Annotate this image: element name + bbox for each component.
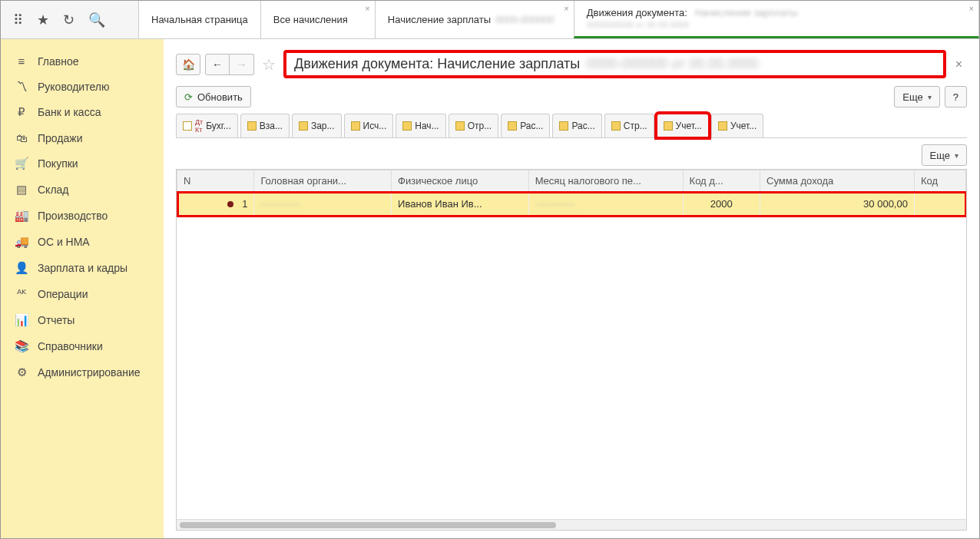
register-icon [455,121,465,131]
help-button[interactable]: ? [945,86,967,107]
reg-tab-label: Стр... [624,121,647,131]
tab-movements[interactable]: Движения документа: Начисление зарплаты … [574,1,979,38]
cell-code2 [914,192,965,217]
more-button[interactable]: Еще [894,86,939,107]
bag-icon: 🛍 [15,131,28,144]
horizontal-scrollbar[interactable] [177,519,966,530]
sidebar-item-assets[interactable]: 🚚ОС и НМА [1,229,164,255]
sidebar-item-label: Операции [38,288,88,300]
sidebar-item-main[interactable]: ≡Главное [1,48,164,74]
col-code2[interactable]: Код [914,170,965,192]
register-icon [402,121,412,131]
register-icon [559,121,568,131]
register-tabs: ДтКтБухг... Вза... Зар... Исч... Нач... … [176,114,967,138]
sidebar-item-admin[interactable]: ⚙Администрирование [1,359,164,385]
col-month[interactable]: Месяц налогового пе... [528,170,683,192]
reg-tab[interactable]: Исч... [344,114,394,137]
register-icon [718,121,727,131]
reg-tab-label: Рас... [520,121,543,131]
button-label: Еще [902,91,922,103]
reg-tab[interactable]: Отр... [449,114,499,137]
reg-tab-active[interactable]: Учет... [657,114,709,137]
blurred-text: Начисление зарплаты [694,7,797,18]
reg-tab-label: Отр... [468,121,492,131]
history-icon[interactable]: ↻ [63,12,74,28]
sidebar-item-sales[interactable]: 🛍Продажи [1,125,164,150]
col-code[interactable]: Код д... [683,170,760,192]
sidebar-item-label: Администрирование [38,366,141,379]
table-more-button[interactable]: Еще [922,144,967,166]
reg-tab-label: Исч... [363,121,387,131]
register-icon [508,121,517,131]
sidebar-item-payroll[interactable]: 👤Зарплата и кадры [1,255,164,281]
reg-tab-label: Рас... [571,121,594,131]
truck-icon: 🚚 [15,235,28,249]
sidebar-item-label: Склад [38,184,69,196]
register-icon [611,121,621,131]
cell-person: Иванов Иван Ив... [392,192,529,217]
window-tabs: Начальная страница Все начисления × Начи… [139,1,979,38]
table-row[interactable]: 1 ———— Иванов Иван Ив... ———— 2000 30 00… [177,192,966,217]
cell-org: ———— [254,192,392,217]
tab-label: Начальная страница [151,14,248,25]
reg-tab[interactable]: Стр... [604,114,654,137]
sidebar-item-label: Продажи [38,132,82,144]
sidebar-item-operations[interactable]: ᴬᴷОперации [1,281,164,307]
tab-payroll[interactable]: Начисление зарплаты 0000-000000 × [375,1,574,38]
tab-home[interactable]: Начальная страница [138,1,261,38]
close-icon[interactable]: × [365,4,369,13]
cell-code: 2000 [683,192,760,217]
gear-icon: ⚙ [15,365,28,379]
sidebar-item-production[interactable]: 🏭Производство [1,203,164,229]
sidebar-item-catalogs[interactable]: 📚Справочники [1,333,164,359]
home-button[interactable]: 🏠 [176,54,200,75]
reg-tab-accounting[interactable]: ДтКтБухг... [176,114,238,137]
reg-tab[interactable]: Нач... [396,114,445,137]
ruble-icon: ₽ [15,105,28,119]
tab-all-accruals[interactable]: Все начисления × [260,1,376,38]
close-button[interactable]: × [951,58,967,71]
sidebar-item-warehouse[interactable]: ▤Склад [1,177,164,203]
close-icon[interactable]: × [564,4,568,13]
button-label: Еще [930,150,950,161]
tab-label: Движения документа: [587,7,687,18]
tab-label: Все начисления [273,14,348,25]
col-person[interactable]: Физическое лицо [392,170,529,192]
back-button[interactable]: ← [205,54,230,75]
star-icon[interactable]: ★ [37,12,49,28]
refresh-icon: ⟳ [184,91,193,103]
scrollbar-thumb[interactable] [180,522,556,528]
close-icon[interactable]: × [969,4,974,13]
search-icon[interactable]: 🔍 [88,12,105,28]
reg-tab[interactable]: Учет... [711,114,763,137]
col-n[interactable]: N [177,170,254,192]
cell-sum: 30 000,00 [760,192,915,217]
factory-icon: 🏭 [15,209,28,223]
operations-icon: ᴬᴷ [15,287,28,301]
cell-n: 1 [177,192,254,217]
refresh-button[interactable]: ⟳ Обновить [176,86,251,107]
reg-tab[interactable]: Рас... [501,114,550,137]
favorite-icon[interactable]: ☆ [262,55,276,74]
sidebar-item-manager[interactable]: 〽Руководителю [1,74,164,99]
blurred-text: 0000-000000 [495,14,555,25]
sidebar: ≡Главное 〽Руководителю ₽Банк и касса 🛍Пр… [1,39,164,538]
sidebar-item-bank[interactable]: ₽Банк и касса [1,99,164,125]
page-title-text: Движения документа: Начисление зарплаты [294,56,580,72]
col-org[interactable]: Головная органи... [254,170,392,192]
reg-tab[interactable]: Вза... [240,114,290,137]
reg-tab[interactable]: Рас... [552,114,601,137]
forward-button[interactable]: → [230,54,254,75]
sidebar-item-label: Руководителю [38,81,109,93]
sidebar-item-label: Главное [38,55,79,68]
sidebar-item-label: ОС и НМА [38,236,90,248]
sidebar-item-reports[interactable]: 📊Отчеты [1,307,164,333]
apps-icon[interactable]: ⠿ [13,12,23,28]
sidebar-item-label: Производство [38,210,108,222]
reg-tab-label: Зар... [311,121,335,131]
reg-tab[interactable]: Зар... [292,114,342,137]
grid-icon: ▤ [15,183,28,197]
col-sum[interactable]: Сумма дохода [760,170,915,192]
sidebar-item-purchases[interactable]: 🛒Покупки [1,150,164,177]
bars-icon: 📊 [15,313,28,327]
